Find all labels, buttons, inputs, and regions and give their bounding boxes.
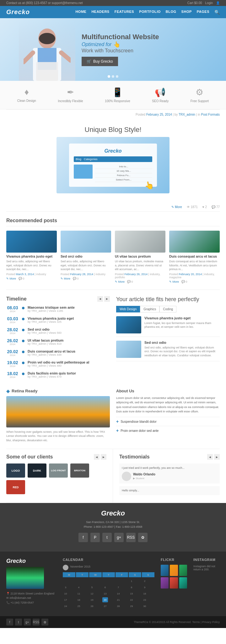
footer-brand-image [6, 567, 44, 589]
nav-shop[interactable]: SHOP [181, 10, 192, 15]
feature-label: Incredibly Flexible [58, 99, 83, 103]
rss-icon[interactable]: RSS [33, 619, 40, 626]
more-link[interactable]: ✎ More [171, 205, 182, 209]
hero-dot-1[interactable] [108, 75, 110, 78]
article-section: Your article title fits here perfectly W… [116, 296, 220, 382]
flickr-col-title: Flickr [161, 558, 187, 562]
more-link[interactable]: ✎ More [169, 280, 179, 283]
gp-icon[interactable]: g+ [24, 619, 31, 626]
clients-nav: ◄ ► [94, 454, 106, 460]
timeline-item: 18.02 2014 Duis facilisis enim quis tort… [6, 371, 110, 379]
post-author[interactable]: TRX_admin [179, 113, 195, 116]
accordion-header[interactable]: + Proin ornare dolor sed ante [116, 426, 220, 435]
article-post: Sed orci odio Sed orci odio, adipiscing … [116, 341, 220, 361]
buy-button[interactable]: 🛒 Buy Grecko [82, 57, 118, 66]
cal-month: November 2015 [70, 565, 90, 568]
pinterest-button[interactable]: P [90, 533, 100, 542]
timeline-content: Ut vitae lacus pretium by TRX_admin | Vi… [28, 338, 63, 346]
testimonials-prev-button[interactable]: ◄ [207, 454, 213, 460]
main-nav: HOME HEADERS FEATURES PORTFOLIO BLOG SHO… [75, 10, 220, 15]
post-category[interactable]: Post Formats [201, 113, 220, 116]
cal-today: 20 [102, 597, 108, 602]
clients-prev-button[interactable]: ◄ [94, 454, 100, 460]
timeline-date: 28.02 2014 [6, 327, 19, 335]
timeline-item: 03.03 2014 Vivamus pharetra justo eget b… [6, 317, 110, 324]
footer-instagram-col: Instagram Instagram did not return a 200… [193, 558, 220, 610]
drib-icon[interactable]: ✿ [41, 619, 48, 626]
post-card-title: Sed orci odio [61, 254, 111, 258]
clients-section: Some of our clients ◄ ► LOGO DARK LOG FR… [0, 449, 113, 503]
clients-next-button[interactable]: ► [101, 454, 106, 460]
instagram-col-title: Instagram [193, 558, 220, 562]
tab-graphics[interactable]: Graphics [140, 306, 159, 312]
timeline-date: 03.03 2014 [6, 317, 19, 324]
hero-dot-3[interactable] [116, 75, 118, 78]
nav-portfolio[interactable]: PORTFOLIO [139, 10, 161, 15]
hero-slider-dots [108, 75, 118, 78]
footer-calendar-col: Calendar November 2015 M T W T F S S 12 … [63, 558, 154, 610]
post-card: Sed orci odio Sed arcu odio, adipiscing … [61, 231, 111, 283]
more-link[interactable]: ✎ More [6, 277, 16, 280]
comments: 💬 0 [73, 277, 79, 280]
list-item: Select From... [95, 178, 152, 182]
facebook-button[interactable]: f [78, 533, 88, 542]
nav-features[interactable]: FEATURES [115, 10, 134, 15]
google-plus-button[interactable]: g+ [114, 533, 124, 542]
svg-rect-6 [36, 62, 58, 81]
privacy-link[interactable]: Privacy Policy [202, 620, 220, 624]
post-card-actions: ✎ More 💬 0 [6, 277, 57, 280]
cal-week: 24252627282930 [63, 604, 154, 609]
dribbble-button[interactable]: ✿ [138, 533, 148, 542]
rss-button[interactable]: RSS [126, 533, 136, 542]
fb-icon[interactable]: f [6, 619, 13, 626]
footer-address: San Francisco, CA 94 320 | 1155 Stone St… [6, 520, 220, 529]
avatar [122, 472, 131, 481]
timeline-next-button[interactable]: ► [104, 296, 110, 302]
post-card-text: Sed arcu odio, adipiscing vel libero ege… [61, 259, 111, 271]
timeline-item: 28.02 2014 Sed orci odio by TRX_admin | … [6, 327, 110, 335]
hero-content: Multifunctional Website Optimized for 👆 … [82, 33, 159, 66]
timeline-prev-button[interactable]: ◄ [97, 296, 103, 302]
nav-home[interactable]: HOME [75, 10, 86, 15]
nav-headers[interactable]: HEADERS [91, 10, 109, 15]
accordion-header[interactable]: + Suspendisse blandit dolor [116, 417, 220, 426]
timeline-list: 08.03 2014 Maecenas tristique sem ante b… [6, 306, 110, 379]
twitter-button[interactable]: t [102, 533, 112, 542]
nav-pages[interactable]: PAGES [197, 10, 209, 15]
timeline-dot [22, 351, 24, 353]
footer-bottom-social: f t g+ RSS ✿ [6, 619, 48, 626]
terms-link[interactable]: Terms [192, 620, 200, 624]
article-post-content: Sed orci odio Sed orci odio, adipiscing … [144, 341, 220, 358]
timeline-item: 26.02 2014 Ut vitae lacus pretium by TRX… [6, 338, 110, 346]
tab-coding[interactable]: Coding [159, 306, 176, 312]
footer-brand-logo: Grecko [6, 558, 56, 564]
gear-icon: ⚙ [191, 87, 209, 97]
post-card: Duis consequat arcu et lacus Duis conseq… [169, 231, 220, 283]
hero-section: Multifunctional Website Optimized for 👆 … [0, 18, 226, 81]
testimonial-author: Waldo Orlando [133, 472, 155, 477]
tw-icon[interactable]: t [15, 619, 22, 626]
more-link[interactable]: ✎ More [115, 280, 125, 283]
touch-icon: 👆 [113, 41, 120, 48]
login-link[interactable]: Login [205, 1, 213, 5]
woman-svg [24, 21, 71, 81]
testimonials-next-button[interactable]: ► [214, 454, 220, 460]
plus-icon: + [116, 428, 119, 433]
timeline-header: Timeline ◄ ► [6, 296, 110, 302]
list-item: 10 cary Ma... [95, 169, 152, 173]
nav-blog[interactable]: BLOG [166, 10, 176, 15]
logo[interactable]: Grecko [6, 8, 30, 16]
feature-support: ⚙ Free Support [191, 87, 209, 103]
post-date[interactable]: February 25, 2014 [146, 113, 172, 116]
overlay-content: Into to... 10 cary Ma... Februs Fu... Se… [74, 165, 152, 182]
search-icon[interactable]: 🔍 [214, 10, 220, 15]
tab-web-design[interactable]: Web Design [116, 306, 140, 312]
hero-dot-2[interactable] [112, 75, 114, 78]
comments-count: 💬 77 [212, 205, 220, 209]
footer-top: Grecko San Francisco, CA 94 320 | 1155 S… [0, 503, 226, 552]
footer-very-bottom: f t g+ RSS ✿ ThemeRCe © 2014/2015 All Ri… [0, 616, 226, 628]
cal-week: 3456789 [63, 585, 154, 590]
more-link[interactable]: ✎ More [61, 277, 70, 280]
hand-pointer-icon: 👆 [144, 181, 154, 191]
post-meta: Posted February 25, 2014 | by TRX_admin … [0, 110, 226, 116]
